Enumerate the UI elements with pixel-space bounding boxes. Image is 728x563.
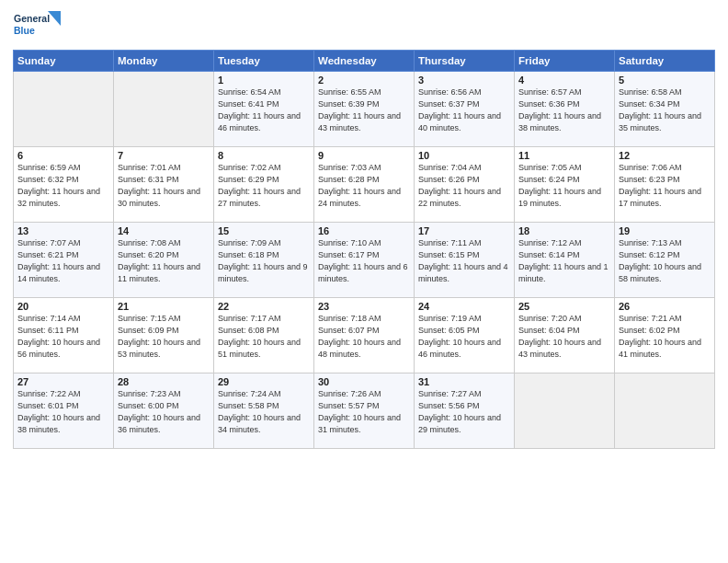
calendar-cell: 10Sunrise: 7:04 AM Sunset: 6:26 PM Dayli… [415, 147, 515, 223]
weekday-header-row: SundayMondayTuesdayWednesdayThursdayFrid… [14, 51, 715, 72]
page: General Blue SundayMondayTuesdayWednesda… [0, 0, 728, 563]
day-number: 5 [619, 75, 711, 86]
calendar-cell [515, 373, 615, 449]
day-number: 13 [17, 225, 109, 236]
calendar-cell: 6Sunrise: 6:59 AM Sunset: 6:32 PM Daylig… [14, 147, 114, 223]
calendar-cell: 29Sunrise: 7:24 AM Sunset: 5:58 PM Dayli… [214, 373, 314, 449]
weekday-friday: Friday [515, 51, 615, 72]
day-info: Sunrise: 7:12 AM Sunset: 6:14 PM Dayligh… [518, 237, 610, 285]
day-number: 18 [518, 225, 610, 236]
day-info: Sunrise: 6:55 AM Sunset: 6:39 PM Dayligh… [318, 86, 410, 134]
weekday-tuesday: Tuesday [214, 51, 314, 72]
day-info: Sunrise: 7:19 AM Sunset: 6:05 PM Dayligh… [418, 313, 510, 361]
header: General Blue [13, 9, 715, 44]
day-info: Sunrise: 6:54 AM Sunset: 6:41 PM Dayligh… [218, 86, 310, 134]
day-info: Sunrise: 6:58 AM Sunset: 6:34 PM Dayligh… [619, 86, 711, 134]
calendar-cell: 23Sunrise: 7:18 AM Sunset: 6:07 PM Dayli… [314, 298, 415, 373]
day-info: Sunrise: 7:01 AM Sunset: 6:31 PM Dayligh… [118, 162, 210, 210]
day-info: Sunrise: 7:27 AM Sunset: 5:56 PM Dayligh… [418, 388, 510, 436]
calendar-cell [114, 72, 214, 147]
weekday-wednesday: Wednesday [314, 51, 415, 72]
day-number: 27 [17, 376, 109, 387]
day-number: 24 [418, 301, 510, 312]
calendar-cell: 4Sunrise: 6:57 AM Sunset: 6:36 PM Daylig… [515, 72, 615, 147]
day-info: Sunrise: 7:02 AM Sunset: 6:29 PM Dayligh… [218, 162, 310, 210]
day-number: 31 [418, 376, 510, 387]
day-info: Sunrise: 7:04 AM Sunset: 6:26 PM Dayligh… [418, 162, 510, 210]
day-info: Sunrise: 7:05 AM Sunset: 6:24 PM Dayligh… [518, 162, 610, 210]
week-row-5: 27Sunrise: 7:22 AM Sunset: 6:01 PM Dayli… [14, 373, 715, 449]
logo: General Blue [13, 9, 61, 44]
day-number: 28 [118, 376, 210, 387]
day-number: 7 [118, 150, 210, 161]
day-number: 3 [418, 75, 510, 86]
day-info: Sunrise: 6:59 AM Sunset: 6:32 PM Dayligh… [17, 162, 109, 210]
day-info: Sunrise: 7:10 AM Sunset: 6:17 PM Dayligh… [318, 237, 410, 285]
day-number: 10 [418, 150, 510, 161]
day-info: Sunrise: 7:09 AM Sunset: 6:18 PM Dayligh… [218, 237, 310, 285]
day-info: Sunrise: 7:23 AM Sunset: 6:00 PM Dayligh… [118, 388, 210, 436]
day-info: Sunrise: 7:26 AM Sunset: 5:57 PM Dayligh… [318, 388, 410, 436]
day-info: Sunrise: 7:15 AM Sunset: 6:09 PM Dayligh… [118, 313, 210, 361]
calendar-cell: 20Sunrise: 7:14 AM Sunset: 6:11 PM Dayli… [14, 298, 114, 373]
calendar-cell: 17Sunrise: 7:11 AM Sunset: 6:15 PM Dayli… [415, 223, 515, 298]
day-number: 25 [518, 301, 610, 312]
day-info: Sunrise: 7:03 AM Sunset: 6:28 PM Dayligh… [318, 162, 410, 210]
calendar-cell: 15Sunrise: 7:09 AM Sunset: 6:18 PM Dayli… [214, 223, 314, 298]
day-info: Sunrise: 7:06 AM Sunset: 6:23 PM Dayligh… [619, 162, 711, 210]
day-number: 1 [218, 75, 310, 86]
calendar-cell: 12Sunrise: 7:06 AM Sunset: 6:23 PM Dayli… [615, 147, 715, 223]
day-info: Sunrise: 6:57 AM Sunset: 6:36 PM Dayligh… [518, 86, 610, 134]
day-info: Sunrise: 7:17 AM Sunset: 6:08 PM Dayligh… [218, 313, 310, 361]
day-info: Sunrise: 7:11 AM Sunset: 6:15 PM Dayligh… [418, 237, 510, 285]
weekday-monday: Monday [114, 51, 214, 72]
day-number: 2 [318, 75, 410, 86]
calendar-cell: 13Sunrise: 7:07 AM Sunset: 6:21 PM Dayli… [14, 223, 114, 298]
day-info: Sunrise: 7:22 AM Sunset: 6:01 PM Dayligh… [17, 388, 109, 436]
day-number: 20 [17, 301, 109, 312]
calendar-cell: 16Sunrise: 7:10 AM Sunset: 6:17 PM Dayli… [314, 223, 415, 298]
day-number: 29 [218, 376, 310, 387]
calendar-cell: 7Sunrise: 7:01 AM Sunset: 6:31 PM Daylig… [114, 147, 214, 223]
calendar-cell: 26Sunrise: 7:21 AM Sunset: 6:02 PM Dayli… [615, 298, 715, 373]
calendar-cell: 11Sunrise: 7:05 AM Sunset: 6:24 PM Dayli… [515, 147, 615, 223]
calendar-cell: 5Sunrise: 6:58 AM Sunset: 6:34 PM Daylig… [615, 72, 715, 147]
day-number: 6 [17, 150, 109, 161]
calendar-cell: 1Sunrise: 6:54 AM Sunset: 6:41 PM Daylig… [214, 72, 314, 147]
day-info: Sunrise: 7:18 AM Sunset: 6:07 PM Dayligh… [318, 313, 410, 361]
day-info: Sunrise: 7:20 AM Sunset: 6:04 PM Dayligh… [518, 313, 610, 361]
calendar-cell: 21Sunrise: 7:15 AM Sunset: 6:09 PM Dayli… [114, 298, 214, 373]
weekday-thursday: Thursday [415, 51, 515, 72]
day-number: 12 [619, 150, 711, 161]
week-row-1: 1Sunrise: 6:54 AM Sunset: 6:41 PM Daylig… [14, 72, 715, 147]
day-number: 11 [518, 150, 610, 161]
day-number: 26 [619, 301, 711, 312]
day-number: 9 [318, 150, 410, 161]
week-row-3: 13Sunrise: 7:07 AM Sunset: 6:21 PM Dayli… [14, 223, 715, 298]
calendar-cell: 27Sunrise: 7:22 AM Sunset: 6:01 PM Dayli… [14, 373, 114, 449]
calendar-cell: 31Sunrise: 7:27 AM Sunset: 5:56 PM Dayli… [415, 373, 515, 449]
svg-text:Blue: Blue [14, 25, 35, 36]
day-number: 21 [118, 301, 210, 312]
week-row-2: 6Sunrise: 6:59 AM Sunset: 6:32 PM Daylig… [14, 147, 715, 223]
day-number: 30 [318, 376, 410, 387]
day-number: 19 [619, 225, 711, 236]
day-info: Sunrise: 7:08 AM Sunset: 6:20 PM Dayligh… [118, 237, 210, 285]
day-number: 14 [118, 225, 210, 236]
day-info: Sunrise: 7:07 AM Sunset: 6:21 PM Dayligh… [17, 237, 109, 285]
day-info: Sunrise: 7:21 AM Sunset: 6:02 PM Dayligh… [619, 313, 711, 361]
calendar-cell: 28Sunrise: 7:23 AM Sunset: 6:00 PM Dayli… [114, 373, 214, 449]
calendar-cell: 25Sunrise: 7:20 AM Sunset: 6:04 PM Dayli… [515, 298, 615, 373]
day-number: 22 [218, 301, 310, 312]
calendar-cell: 9Sunrise: 7:03 AM Sunset: 6:28 PM Daylig… [314, 147, 415, 223]
calendar-cell [615, 373, 715, 449]
day-number: 16 [318, 225, 410, 236]
day-info: Sunrise: 7:13 AM Sunset: 6:12 PM Dayligh… [619, 237, 711, 285]
day-info: Sunrise: 7:24 AM Sunset: 5:58 PM Dayligh… [218, 388, 310, 436]
calendar-cell: 24Sunrise: 7:19 AM Sunset: 6:05 PM Dayli… [415, 298, 515, 373]
calendar-cell: 3Sunrise: 6:56 AM Sunset: 6:37 PM Daylig… [415, 72, 515, 147]
day-number: 23 [318, 301, 410, 312]
svg-text:General: General [14, 13, 50, 24]
logo-svg: General Blue [13, 9, 61, 44]
weekday-saturday: Saturday [615, 51, 715, 72]
